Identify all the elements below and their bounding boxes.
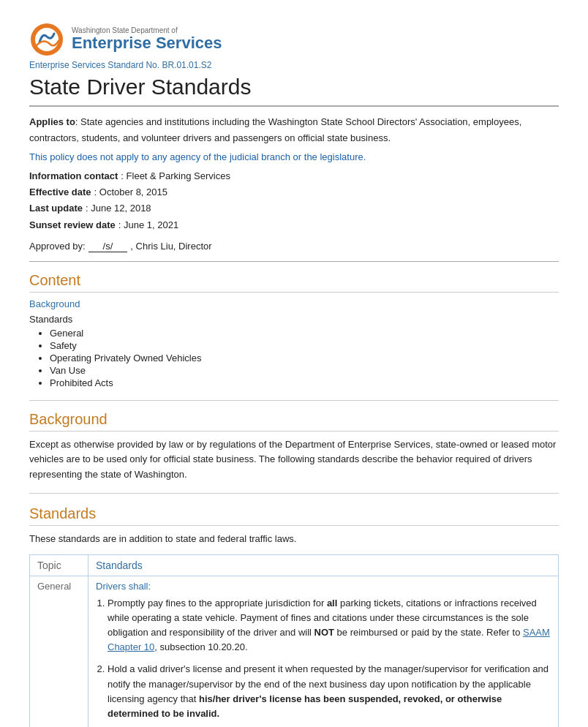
content-section: Content Background Standards General Saf… — [29, 272, 559, 388]
effective-date-label: Effective date — [29, 184, 91, 200]
list-item: Safety — [50, 340, 559, 351]
last-update-label: Last update — [29, 200, 83, 216]
sunset-label: Sunset review date — [29, 217, 116, 233]
standards-intro: These standards are in addition to state… — [29, 532, 559, 547]
info-contact-line: Information contact: Fleet & Parking Ser… — [29, 168, 559, 184]
col-header-standards: Standards — [88, 554, 559, 576]
standard-item-2: Hold a valid driver's license and presen… — [108, 662, 551, 721]
background-section: Background Except as otherwise provided … — [29, 411, 559, 494]
applies-to-line: Applies to: State agencies and instituti… — [29, 114, 559, 146]
svg-point-1 — [35, 28, 59, 51]
sunset-value: : June 1, 2021 — [118, 217, 178, 233]
approved-label: Approved by: — [29, 241, 86, 252]
list-item: Operating Privately Owned Vehicles — [50, 353, 559, 364]
page-title: State Driver Standards — [29, 75, 559, 107]
logo-block: Washington State Department of Enterpris… — [29, 22, 559, 57]
standards-table: Topic Standards General Drivers shall: P… — [29, 554, 559, 727]
list-item: General — [50, 328, 559, 339]
table-row: General Drivers shall: Promptly pay fine… — [30, 576, 559, 727]
info-contact-value: : Fleet & Parking Services — [121, 168, 230, 184]
standards-heading: Standards — [29, 505, 559, 526]
standard-item-1: Promptly pay fines to the appropriate ju… — [108, 596, 551, 655]
effective-date-line: Effective date: October 8, 2015 — [29, 184, 559, 200]
effective-date-value: : October 8, 2015 — [94, 184, 167, 200]
background-heading: Background — [29, 411, 559, 432]
standards-label: Standards — [29, 314, 559, 325]
table-header-row: Topic Standards — [30, 554, 559, 576]
italic-note: This policy does not apply to any agency… — [29, 149, 559, 165]
col-header-topic: Topic — [30, 554, 88, 576]
list-item: Prohibited Acts — [50, 377, 559, 388]
sunset-line: Sunset review date: June 1, 2021 — [29, 217, 559, 233]
list-item: Van Use — [50, 365, 559, 376]
last-update-value: : June 12, 2018 — [86, 200, 151, 216]
background-link[interactable]: Background — [29, 298, 559, 309]
standards-section: Standards These standards are in additio… — [29, 505, 559, 727]
drivers-shall: Drivers shall: — [96, 581, 551, 592]
applies-text: : State agencies and institutions includ… — [29, 116, 521, 143]
standards-cell: Drivers shall: Promptly pay fines to the… — [88, 576, 559, 727]
applies-label: Applies to — [29, 116, 75, 127]
section-divider — [29, 400, 559, 401]
standards-list: General Safety Operating Privately Owned… — [50, 328, 559, 388]
info-contact-label: Information contact — [29, 168, 118, 184]
background-text: Except as otherwise provided by law or b… — [29, 437, 559, 483]
approved-line: Approved by: /s/ , Chris Liu, Director — [29, 241, 559, 262]
meta-block: Applies to: State agencies and instituti… — [29, 114, 559, 233]
approved-signature: /s/ — [88, 241, 128, 252]
standard-number: Enterprise Services Standard No. BR.01.0… — [29, 60, 559, 70]
last-update-line: Last update: June 12, 2018 — [29, 200, 559, 216]
agency-logo-icon — [29, 22, 64, 57]
content-heading: Content — [29, 272, 559, 293]
logo-bottom-text: Enterprise Services — [72, 34, 222, 52]
topic-cell-general: General — [30, 576, 88, 727]
approved-name: , Chris Liu, Director — [130, 241, 211, 252]
standards-ordered-list: Promptly pay fines to the appropriate ju… — [108, 596, 551, 727]
